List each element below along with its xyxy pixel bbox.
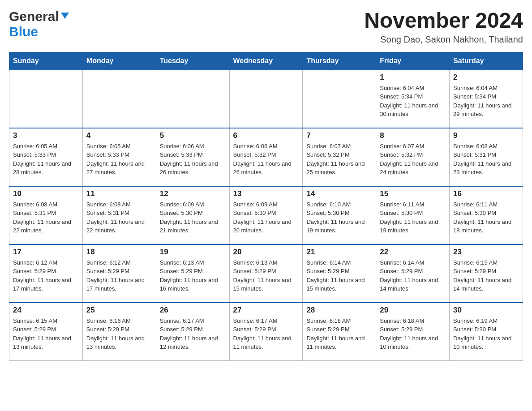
day-number: 30 (453, 306, 519, 315)
calendar-week-row: 1Sunrise: 6:04 AMSunset: 5:34 PMDaylight… (9, 70, 523, 128)
day-number: 23 (453, 248, 519, 257)
day-info: Sunrise: 6:04 AMSunset: 5:34 PMDaylight:… (380, 84, 446, 119)
day-number: 27 (233, 306, 299, 315)
logo: General Blue (9, 9, 69, 39)
day-number: 28 (306, 306, 372, 315)
table-row: 13Sunrise: 6:09 AMSunset: 5:30 PMDayligh… (229, 186, 303, 244)
day-info: Sunrise: 6:08 AMSunset: 5:31 PMDaylight:… (13, 200, 79, 235)
table-row: 25Sunrise: 6:16 AMSunset: 5:29 PMDayligh… (82, 303, 156, 361)
table-row: 23Sunrise: 6:15 AMSunset: 5:29 PMDayligh… (450, 244, 523, 303)
table-row: 19Sunrise: 6:13 AMSunset: 5:29 PMDayligh… (156, 244, 229, 303)
day-number: 16 (453, 189, 519, 198)
calendar-week-row: 24Sunrise: 6:15 AMSunset: 5:29 PMDayligh… (9, 303, 523, 361)
table-row: 29Sunrise: 6:18 AMSunset: 5:29 PMDayligh… (376, 303, 450, 361)
table-row (303, 70, 376, 128)
table-row: 28Sunrise: 6:18 AMSunset: 5:29 PMDayligh… (303, 303, 376, 361)
header-tuesday: Tuesday (156, 52, 229, 70)
day-info: Sunrise: 6:06 AMSunset: 5:32 PMDaylight:… (233, 142, 299, 177)
day-number: 22 (380, 248, 446, 257)
day-info: Sunrise: 6:11 AMSunset: 5:30 PMDaylight:… (453, 200, 519, 235)
calendar-week-row: 17Sunrise: 6:12 AMSunset: 5:29 PMDayligh… (9, 244, 523, 303)
day-number: 15 (380, 189, 446, 198)
day-number: 12 (160, 189, 226, 198)
table-row: 20Sunrise: 6:13 AMSunset: 5:29 PMDayligh… (229, 244, 303, 303)
table-row: 17Sunrise: 6:12 AMSunset: 5:29 PMDayligh… (9, 244, 83, 303)
day-number: 26 (160, 306, 226, 315)
day-info: Sunrise: 6:08 AMSunset: 5:31 PMDaylight:… (453, 142, 519, 177)
table-row: 7Sunrise: 6:07 AMSunset: 5:32 PMDaylight… (303, 128, 376, 186)
day-info: Sunrise: 6:19 AMSunset: 5:30 PMDaylight:… (453, 317, 519, 351)
header-monday: Monday (82, 52, 156, 70)
day-number: 7 (306, 131, 372, 140)
table-row: 26Sunrise: 6:17 AMSunset: 5:29 PMDayligh… (156, 303, 229, 361)
table-row: 21Sunrise: 6:14 AMSunset: 5:29 PMDayligh… (303, 244, 376, 303)
table-row: 11Sunrise: 6:08 AMSunset: 5:31 PMDayligh… (82, 186, 156, 244)
day-info: Sunrise: 6:07 AMSunset: 5:32 PMDaylight:… (380, 142, 446, 177)
day-info: Sunrise: 6:15 AMSunset: 5:29 PMDaylight:… (453, 258, 519, 293)
day-number: 1 (380, 73, 446, 82)
day-number: 11 (86, 189, 152, 198)
day-info: Sunrise: 6:10 AMSunset: 5:30 PMDaylight:… (306, 200, 372, 235)
day-number: 6 (233, 131, 299, 140)
table-row (82, 70, 156, 128)
month-title: November 2024 (364, 9, 523, 33)
day-info: Sunrise: 6:08 AMSunset: 5:31 PMDaylight:… (86, 200, 152, 235)
logo-general-text: General (9, 9, 59, 24)
table-row: 30Sunrise: 6:19 AMSunset: 5:30 PMDayligh… (450, 303, 523, 361)
table-row: 8Sunrise: 6:07 AMSunset: 5:32 PMDaylight… (376, 128, 450, 186)
table-row: 15Sunrise: 6:11 AMSunset: 5:30 PMDayligh… (376, 186, 450, 244)
table-row: 24Sunrise: 6:15 AMSunset: 5:29 PMDayligh… (9, 303, 83, 361)
day-info: Sunrise: 6:05 AMSunset: 5:33 PMDaylight:… (86, 142, 152, 177)
table-row (156, 70, 229, 128)
calendar-table: Sunday Monday Tuesday Wednesday Thursday… (9, 52, 523, 361)
header-wednesday: Wednesday (229, 52, 303, 70)
day-info: Sunrise: 6:13 AMSunset: 5:29 PMDaylight:… (233, 258, 299, 293)
day-info: Sunrise: 6:17 AMSunset: 5:29 PMDaylight:… (160, 317, 226, 351)
table-row: 3Sunrise: 6:05 AMSunset: 5:33 PMDaylight… (9, 128, 83, 186)
table-row: 27Sunrise: 6:17 AMSunset: 5:29 PMDayligh… (229, 303, 303, 361)
day-info: Sunrise: 6:18 AMSunset: 5:29 PMDaylight:… (380, 317, 446, 351)
day-number: 21 (306, 248, 372, 257)
day-info: Sunrise: 6:11 AMSunset: 5:30 PMDaylight:… (380, 200, 446, 235)
day-number: 18 (86, 248, 152, 257)
day-info: Sunrise: 6:09 AMSunset: 5:30 PMDaylight:… (233, 200, 299, 235)
day-number: 29 (380, 306, 446, 315)
day-number: 2 (453, 73, 519, 82)
day-info: Sunrise: 6:16 AMSunset: 5:29 PMDaylight:… (86, 317, 152, 351)
calendar-week-row: 3Sunrise: 6:05 AMSunset: 5:33 PMDaylight… (9, 128, 523, 186)
day-number: 17 (13, 248, 79, 257)
header-thursday: Thursday (303, 52, 376, 70)
table-row: 9Sunrise: 6:08 AMSunset: 5:31 PMDaylight… (450, 128, 523, 186)
day-info: Sunrise: 6:15 AMSunset: 5:29 PMDaylight:… (13, 317, 79, 351)
logo-blue-text: Blue (9, 24, 38, 39)
day-number: 4 (86, 131, 152, 140)
table-row: 12Sunrise: 6:09 AMSunset: 5:30 PMDayligh… (156, 186, 229, 244)
day-info: Sunrise: 6:04 AMSunset: 5:34 PMDaylight:… (453, 84, 519, 119)
day-info: Sunrise: 6:09 AMSunset: 5:30 PMDaylight:… (160, 200, 226, 235)
header-saturday: Saturday (450, 52, 523, 70)
table-row (229, 70, 303, 128)
day-number: 3 (13, 131, 79, 140)
table-row: 10Sunrise: 6:08 AMSunset: 5:31 PMDayligh… (9, 186, 83, 244)
day-info: Sunrise: 6:14 AMSunset: 5:29 PMDaylight:… (380, 258, 446, 293)
day-info: Sunrise: 6:13 AMSunset: 5:29 PMDaylight:… (160, 258, 226, 293)
page-header: General Blue November 2024 Song Dao, Sak… (9, 9, 523, 45)
header-friday: Friday (376, 52, 450, 70)
table-row: 16Sunrise: 6:11 AMSunset: 5:30 PMDayligh… (450, 186, 523, 244)
calendar-header-row: Sunday Monday Tuesday Wednesday Thursday… (9, 52, 523, 70)
table-row: 1Sunrise: 6:04 AMSunset: 5:34 PMDaylight… (376, 70, 450, 128)
logo-triangle-icon (61, 13, 69, 22)
day-info: Sunrise: 6:12 AMSunset: 5:29 PMDaylight:… (86, 258, 152, 293)
day-number: 5 (160, 131, 226, 140)
day-info: Sunrise: 6:05 AMSunset: 5:33 PMDaylight:… (13, 142, 79, 177)
day-info: Sunrise: 6:12 AMSunset: 5:29 PMDaylight:… (13, 258, 79, 293)
day-number: 9 (453, 131, 519, 140)
day-number: 19 (160, 248, 226, 257)
day-number: 8 (380, 131, 446, 140)
table-row: 5Sunrise: 6:06 AMSunset: 5:33 PMDaylight… (156, 128, 229, 186)
table-row: 2Sunrise: 6:04 AMSunset: 5:34 PMDaylight… (450, 70, 523, 128)
day-number: 24 (13, 306, 79, 315)
table-row: 14Sunrise: 6:10 AMSunset: 5:30 PMDayligh… (303, 186, 376, 244)
title-section: November 2024 Song Dao, Sakon Nakhon, Th… (364, 9, 523, 45)
calendar-week-row: 10Sunrise: 6:08 AMSunset: 5:31 PMDayligh… (9, 186, 523, 244)
